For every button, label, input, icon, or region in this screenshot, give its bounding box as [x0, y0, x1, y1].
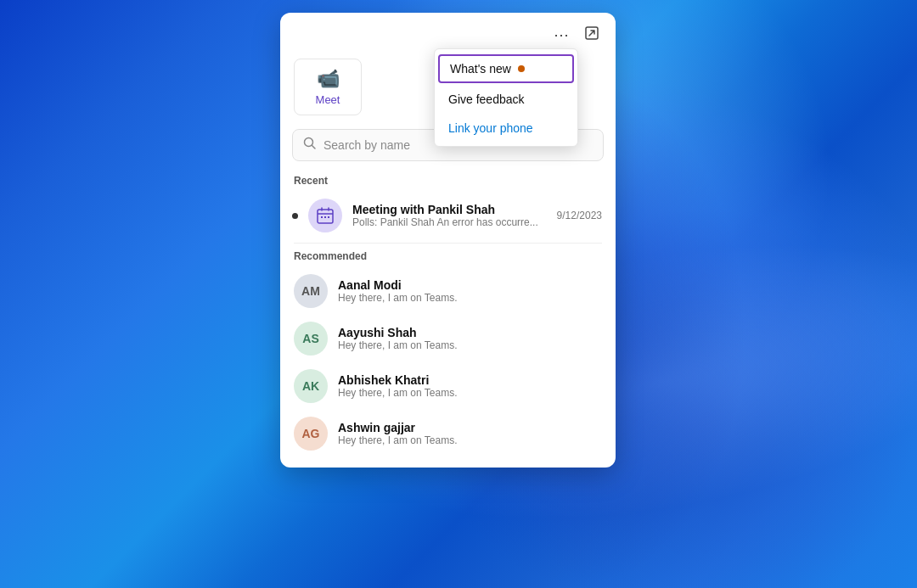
recommended-section-label: Recommended	[280, 247, 616, 267]
meeting-date: 9/12/2023	[557, 210, 602, 221]
contact-aayushi-content: Aayushi Shah Hey there, I am on Teams.	[338, 326, 602, 351]
whats-new-label: What's new	[450, 62, 511, 76]
contact-ashwin-gajjar[interactable]: AG Ashwin gajjar Hey there, I am on Team…	[280, 410, 616, 457]
teams-panel: ⋯ What's new Give feedback Link your pho…	[280, 13, 616, 468]
contact-aanal-modi[interactable]: AM Aanal Modi Hey there, I am on Teams.	[280, 267, 616, 315]
meet-label: Meet	[316, 93, 340, 106]
whats-new-menu-item[interactable]: What's new	[438, 54, 574, 83]
contact-ashwin-content: Ashwin gajjar Hey there, I am on Teams.	[338, 421, 602, 446]
recent-dot	[292, 213, 298, 219]
meeting-name: Meeting with Pankil Shah	[352, 203, 547, 216]
section-divider	[294, 243, 602, 244]
contact-abhishek-content: Abhishek Khatri Hey there, I am on Teams…	[338, 373, 602, 399]
contact-ashwin-sub: Hey there, I am on Teams.	[338, 434, 602, 446]
contact-aanal-name: Aanal Modi	[338, 278, 602, 292]
contact-aayushi-sub: Hey there, I am on Teams.	[338, 339, 602, 351]
svg-rect-5	[324, 216, 326, 218]
contact-abhishek-name: Abhishek Khatri	[338, 373, 602, 387]
link-phone-label: Link your phone	[448, 121, 533, 135]
contact-aayushi-name: Aayushi Shah	[338, 326, 602, 339]
search-placeholder: Search by name	[323, 138, 410, 152]
contact-abhishek-sub: Hey there, I am on Teams.	[338, 387, 602, 399]
link-phone-menu-item[interactable]: Link your phone	[435, 114, 577, 143]
avatar-AK: AK	[294, 369, 328, 403]
meet-icon: 📹	[317, 68, 340, 90]
meeting-avatar	[308, 199, 342, 232]
contact-aanal-sub: Hey there, I am on Teams.	[338, 292, 602, 304]
expand-icon	[585, 26, 599, 43]
avatar-AM: AM	[294, 274, 328, 308]
search-icon	[303, 137, 317, 154]
svg-rect-6	[328, 216, 329, 218]
meeting-content: Meeting with Pankil Shah Polls: Pankil S…	[352, 203, 547, 228]
more-options-icon: ⋯	[554, 25, 570, 44]
give-feedback-label: Give feedback	[448, 92, 525, 106]
contact-abhishek-khatri[interactable]: AK Abhishek Khatri Hey there, I am on Te…	[280, 362, 616, 410]
more-options-button[interactable]: ⋯	[548, 21, 575, 48]
avatar-AS: AS	[294, 322, 328, 356]
panel-header: ⋯	[280, 13, 616, 52]
contact-aanal-content: Aanal Modi Hey there, I am on Teams.	[338, 278, 602, 304]
dropdown-menu: What's new Give feedback Link your phone	[434, 48, 578, 147]
contact-aayushi-shah[interactable]: AS Aayushi Shah Hey there, I am on Teams…	[280, 315, 616, 362]
give-feedback-menu-item[interactable]: Give feedback	[435, 85, 577, 114]
meeting-sub: Polls: Pankil Shah An error has occurre.…	[352, 216, 547, 228]
whats-new-dot	[518, 65, 525, 72]
contact-ashwin-name: Ashwin gajjar	[338, 421, 602, 434]
expand-button[interactable]	[578, 21, 605, 48]
recent-section-label: Recent	[280, 171, 616, 192]
meet-button[interactable]: 📹 Meet	[294, 59, 362, 115]
avatar-AG: AG	[294, 417, 328, 451]
recent-meeting-item[interactable]: Meeting with Pankil Shah Polls: Pankil S…	[280, 192, 616, 239]
svg-rect-4	[321, 216, 323, 218]
